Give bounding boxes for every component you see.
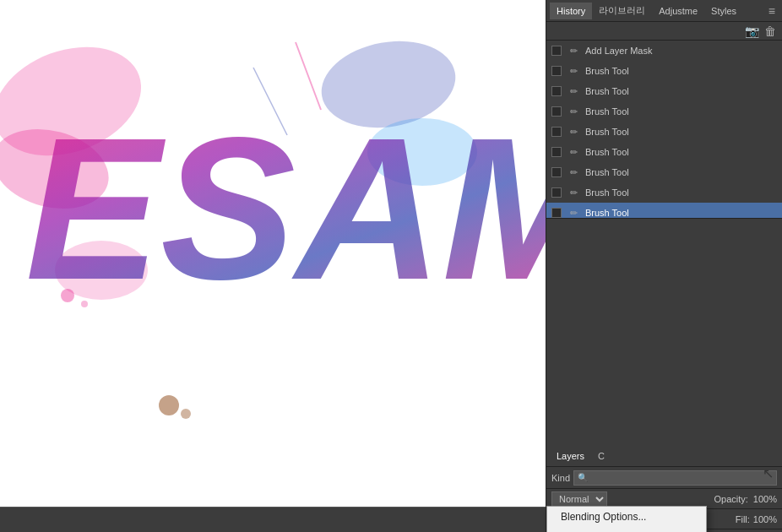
canvas-content: ESAM <box>0 0 546 507</box>
tab-history[interactable]: History <box>550 3 592 19</box>
kind-label: Kind <box>551 473 570 483</box>
history-toolbar: 📷 🗑 <box>546 22 782 41</box>
svg-point-10 <box>61 289 74 302</box>
history-item-1[interactable]: ✏ Brush Tool <box>546 61 782 81</box>
history-item-icon-2: ✏ <box>567 84 580 98</box>
history-checkbox-5[interactable] <box>551 147 562 157</box>
tab-layers[interactable]: Layers <box>550 448 591 464</box>
history-item-icon-8: ✏ <box>567 206 580 218</box>
history-item-4[interactable]: ✏ Brush Tool <box>546 122 782 142</box>
panel-tabs: History 라이브러리 Adjustme Styles ≡ <box>546 0 782 22</box>
history-item-label-0: Add Layer Mask <box>585 46 652 56</box>
history-checkbox-4[interactable] <box>551 127 562 137</box>
history-item-icon-0: ✏ <box>567 44 580 57</box>
tab-styles[interactable]: Styles <box>704 3 743 19</box>
history-checkbox-8[interactable] <box>551 208 562 218</box>
tab-channels[interactable]: C <box>591 448 611 464</box>
panel-menu-icon[interactable]: ≡ <box>765 4 779 18</box>
history-item-label-5: Brush Tool <box>585 147 629 157</box>
tab-adjustments[interactable]: Adjustme <box>652 3 704 19</box>
canvas-area: ESAM <box>0 0 546 532</box>
history-panel: History 라이브러리 Adjustme Styles ≡ 📷 🗑 ✏ Ad… <box>546 0 782 219</box>
delete-state-button[interactable]: 🗑 <box>762 24 779 38</box>
layers-search-input[interactable] <box>590 473 773 482</box>
layers-tabs: Layers C <box>546 445 782 467</box>
history-item-5[interactable]: ✏ Brush Tool <box>546 142 782 162</box>
history-item-label-4: Brush Tool <box>585 127 629 137</box>
history-item-icon-5: ✏ <box>567 145 580 159</box>
history-item-label-3: Brush Tool <box>585 106 629 117</box>
blend-mode-select[interactable]: Normal <box>551 491 607 507</box>
opacity-value: 100% <box>753 494 777 504</box>
history-item-label-8: Brush Tool <box>585 208 629 218</box>
history-item-icon-3: ✏ <box>567 105 580 118</box>
history-item-label-7: Brush Tool <box>585 187 629 198</box>
history-checkbox-2[interactable] <box>551 86 562 96</box>
history-item-7[interactable]: ✏ Brush Tool <box>546 182 782 203</box>
context-menu-item-0[interactable]: Blending Options... <box>547 507 706 527</box>
history-checkbox-0[interactable] <box>551 46 562 56</box>
history-item-3[interactable]: ✏ Brush Tool <box>546 101 782 122</box>
canvas-art: ESAM <box>0 0 546 507</box>
right-panel: History 라이브러리 Adjustme Styles ≡ 📷 🗑 ✏ Ad… <box>546 0 782 532</box>
history-list: ✏ Add Layer Mask ✏ Brush Tool ✏ Brush To… <box>546 41 782 218</box>
history-item-label-1: Brush Tool <box>585 66 629 76</box>
fill-value: 100% <box>753 514 777 524</box>
history-item-icon-6: ✏ <box>567 166 580 179</box>
history-item-0[interactable]: ✏ Add Layer Mask <box>546 41 782 61</box>
svg-point-11 <box>81 301 88 307</box>
opacity-label: Opacity: <box>714 494 748 504</box>
splash-svg: ESAM <box>0 0 546 507</box>
history-item-icon-4: ✏ <box>567 125 580 138</box>
snapshot-button[interactable]: 📷 <box>742 24 762 38</box>
history-item-label-6: Brush Tool <box>585 167 629 177</box>
history-checkbox-3[interactable] <box>551 106 562 117</box>
history-checkbox-6[interactable] <box>551 167 562 177</box>
layers-toolbar: Kind 🔍 <box>546 467 782 489</box>
context-menu: Blending Options...Bevel Emboss...Stroke… <box>546 506 707 532</box>
history-item-icon-1: ✏ <box>567 64 580 78</box>
svg-point-8 <box>159 395 179 415</box>
search-icon: 🔍 <box>578 473 588 482</box>
tab-library[interactable]: 라이브러리 <box>592 1 652 20</box>
history-item-8[interactable]: ✏ Brush Tool <box>546 203 782 218</box>
canvas-bottom-bar <box>0 507 546 532</box>
history-item-2[interactable]: ✏ Brush Tool <box>546 81 782 101</box>
history-checkbox-7[interactable] <box>551 187 562 198</box>
history-checkbox-1[interactable] <box>551 66 562 76</box>
svg-point-9 <box>181 409 191 419</box>
history-item-label-2: Brush Tool <box>585 86 629 96</box>
history-item-icon-7: ✏ <box>567 186 580 199</box>
svg-text:ESAM: ESAM <box>25 95 546 322</box>
layers-search-box[interactable]: 🔍 <box>573 470 777 486</box>
fill-label: Fill: <box>736 514 750 524</box>
history-item-6[interactable]: ✏ Brush Tool <box>546 162 782 182</box>
context-menu-item-1[interactable]: Bevel Emboss... <box>547 527 706 532</box>
context-menu-container: Blending Options...Bevel Emboss...Stroke… <box>546 219 782 445</box>
